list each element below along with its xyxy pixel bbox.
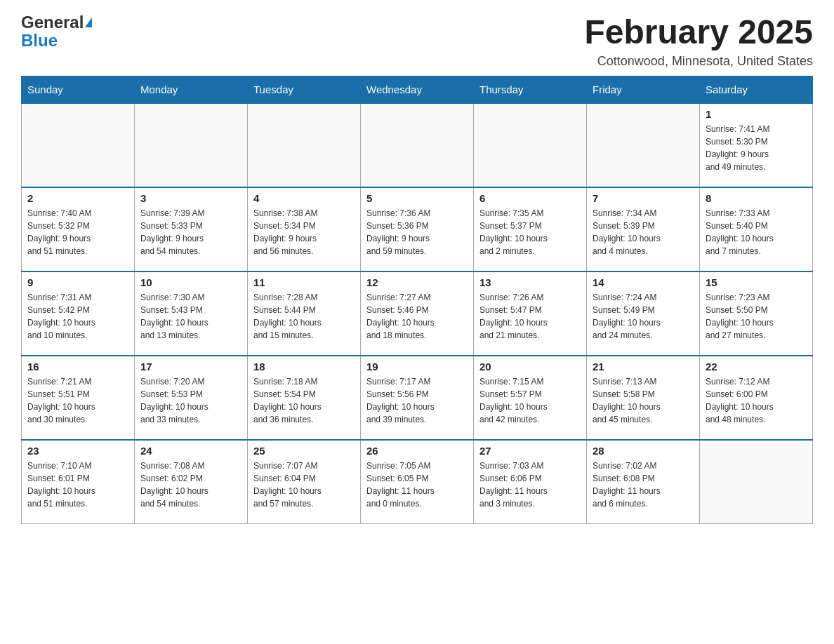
calendar-cell: 7Sunrise: 7:34 AM Sunset: 5:39 PM Daylig… — [587, 187, 700, 271]
day-info: Sunrise: 7:35 AM Sunset: 5:37 PM Dayligh… — [479, 207, 581, 257]
day-info: Sunrise: 7:24 AM Sunset: 5:49 PM Dayligh… — [593, 291, 694, 342]
day-info: Sunrise: 7:20 AM Sunset: 5:53 PM Dayligh… — [140, 375, 241, 426]
calendar-cell — [248, 103, 361, 187]
calendar-cell: 6Sunrise: 7:35 AM Sunset: 5:37 PM Daylig… — [474, 187, 587, 271]
day-of-week-header: Wednesday — [361, 76, 474, 103]
calendar-cell: 13Sunrise: 7:26 AM Sunset: 5:47 PM Dayli… — [474, 271, 587, 356]
day-info: Sunrise: 7:12 AM Sunset: 6:00 PM Dayligh… — [706, 375, 807, 426]
day-number: 18 — [253, 361, 355, 373]
day-of-week-header: Thursday — [474, 76, 587, 103]
day-of-week-header: Saturday — [700, 76, 813, 103]
calendar-cell: 26Sunrise: 7:05 AM Sunset: 6:05 PM Dayli… — [361, 440, 474, 524]
day-info: Sunrise: 7:03 AM Sunset: 6:06 PM Dayligh… — [479, 459, 581, 510]
day-number: 27 — [479, 445, 581, 457]
day-number: 2 — [27, 192, 128, 204]
day-number: 6 — [479, 192, 581, 204]
day-number: 13 — [479, 276, 581, 288]
day-number: 25 — [253, 445, 355, 457]
logo-triangle-icon — [85, 18, 92, 27]
calendar-cell: 21Sunrise: 7:13 AM Sunset: 5:58 PM Dayli… — [587, 356, 700, 440]
calendar-cell: 20Sunrise: 7:15 AM Sunset: 5:57 PM Dayli… — [474, 356, 587, 440]
day-number: 14 — [593, 276, 694, 288]
day-info: Sunrise: 7:30 AM Sunset: 5:43 PM Dayligh… — [140, 291, 241, 342]
day-number: 9 — [27, 276, 128, 288]
calendar-cell: 5Sunrise: 7:36 AM Sunset: 5:36 PM Daylig… — [361, 187, 474, 271]
calendar-cell: 11Sunrise: 7:28 AM Sunset: 5:44 PM Dayli… — [248, 271, 361, 356]
day-number: 28 — [593, 445, 694, 457]
day-info: Sunrise: 7:05 AM Sunset: 6:05 PM Dayligh… — [366, 459, 468, 510]
calendar-cell: 23Sunrise: 7:10 AM Sunset: 6:01 PM Dayli… — [22, 440, 135, 524]
day-number: 21 — [593, 361, 694, 373]
day-info: Sunrise: 7:17 AM Sunset: 5:56 PM Dayligh… — [366, 375, 468, 426]
day-info: Sunrise: 7:13 AM Sunset: 5:58 PM Dayligh… — [593, 375, 694, 426]
day-info: Sunrise: 7:27 AM Sunset: 5:46 PM Dayligh… — [366, 291, 468, 342]
calendar-cell: 8Sunrise: 7:33 AM Sunset: 5:40 PM Daylig… — [700, 187, 813, 271]
calendar-week-row: 9Sunrise: 7:31 AM Sunset: 5:42 PM Daylig… — [22, 271, 813, 356]
logo-general-text: General — [21, 14, 84, 31]
month-title: February 2025 — [584, 14, 813, 51]
logo-blue-text: Blue — [21, 32, 58, 49]
calendar-cell — [700, 440, 813, 524]
day-number: 3 — [140, 192, 241, 204]
calendar-table: SundayMondayTuesdayWednesdayThursdayFrid… — [21, 76, 813, 525]
calendar-cell: 17Sunrise: 7:20 AM Sunset: 5:53 PM Dayli… — [135, 356, 248, 440]
logo: General Blue — [21, 14, 92, 49]
location-title: Cottonwood, Minnesota, United States — [584, 54, 813, 69]
day-number: 17 — [140, 361, 241, 373]
calendar-cell — [474, 103, 587, 187]
day-info: Sunrise: 7:28 AM Sunset: 5:44 PM Dayligh… — [253, 291, 355, 342]
day-info: Sunrise: 7:10 AM Sunset: 6:01 PM Dayligh… — [27, 459, 128, 510]
day-number: 4 — [253, 192, 355, 204]
day-number: 23 — [27, 445, 128, 457]
day-of-week-header: Monday — [135, 76, 248, 103]
day-number: 10 — [140, 276, 241, 288]
calendar-week-row: 2Sunrise: 7:40 AM Sunset: 5:32 PM Daylig… — [22, 187, 813, 271]
calendar-cell: 28Sunrise: 7:02 AM Sunset: 6:08 PM Dayli… — [587, 440, 700, 524]
day-info: Sunrise: 7:41 AM Sunset: 5:30 PM Dayligh… — [706, 123, 807, 173]
day-number: 19 — [366, 361, 468, 373]
calendar-cell: 9Sunrise: 7:31 AM Sunset: 5:42 PM Daylig… — [22, 271, 135, 356]
day-info: Sunrise: 7:23 AM Sunset: 5:50 PM Dayligh… — [706, 291, 807, 342]
day-info: Sunrise: 7:38 AM Sunset: 5:34 PM Dayligh… — [253, 207, 355, 257]
day-info: Sunrise: 7:34 AM Sunset: 5:39 PM Dayligh… — [593, 207, 694, 257]
calendar-cell — [22, 103, 135, 187]
day-info: Sunrise: 7:07 AM Sunset: 6:04 PM Dayligh… — [253, 459, 355, 510]
day-number: 24 — [140, 445, 241, 457]
calendar-cell: 1Sunrise: 7:41 AM Sunset: 5:30 PM Daylig… — [700, 103, 813, 187]
day-number: 7 — [593, 192, 694, 204]
calendar-cell: 4Sunrise: 7:38 AM Sunset: 5:34 PM Daylig… — [248, 187, 361, 271]
calendar-cell — [587, 103, 700, 187]
calendar-cell: 3Sunrise: 7:39 AM Sunset: 5:33 PM Daylig… — [135, 187, 248, 271]
day-info: Sunrise: 7:40 AM Sunset: 5:32 PM Dayligh… — [27, 207, 128, 257]
day-number: 22 — [706, 361, 807, 373]
calendar-cell: 27Sunrise: 7:03 AM Sunset: 6:06 PM Dayli… — [474, 440, 587, 524]
calendar-week-row: 23Sunrise: 7:10 AM Sunset: 6:01 PM Dayli… — [22, 440, 813, 524]
calendar-week-row: 16Sunrise: 7:21 AM Sunset: 5:51 PM Dayli… — [22, 356, 813, 440]
calendar-cell: 12Sunrise: 7:27 AM Sunset: 5:46 PM Dayli… — [361, 271, 474, 356]
calendar-header-row: SundayMondayTuesdayWednesdayThursdayFrid… — [22, 76, 813, 103]
day-of-week-header: Friday — [587, 76, 700, 103]
calendar-cell — [361, 103, 474, 187]
day-number: 11 — [253, 276, 355, 288]
day-number: 15 — [706, 276, 807, 288]
day-info: Sunrise: 7:18 AM Sunset: 5:54 PM Dayligh… — [253, 375, 355, 426]
day-info: Sunrise: 7:15 AM Sunset: 5:57 PM Dayligh… — [479, 375, 581, 426]
day-of-week-header: Tuesday — [248, 76, 361, 103]
calendar-cell — [135, 103, 248, 187]
title-section: February 2025 Cottonwood, Minnesota, Uni… — [584, 14, 813, 69]
calendar-cell: 14Sunrise: 7:24 AM Sunset: 5:49 PM Dayli… — [587, 271, 700, 356]
day-info: Sunrise: 7:02 AM Sunset: 6:08 PM Dayligh… — [593, 459, 694, 510]
day-number: 20 — [479, 361, 581, 373]
day-of-week-header: Sunday — [22, 76, 135, 103]
calendar-cell: 19Sunrise: 7:17 AM Sunset: 5:56 PM Dayli… — [361, 356, 474, 440]
day-number: 16 — [27, 361, 128, 373]
calendar-cell: 15Sunrise: 7:23 AM Sunset: 5:50 PM Dayli… — [700, 271, 813, 356]
day-number: 12 — [366, 276, 468, 288]
day-info: Sunrise: 7:39 AM Sunset: 5:33 PM Dayligh… — [140, 207, 241, 257]
calendar-week-row: 1Sunrise: 7:41 AM Sunset: 5:30 PM Daylig… — [22, 103, 813, 187]
day-number: 5 — [366, 192, 468, 204]
calendar-cell: 25Sunrise: 7:07 AM Sunset: 6:04 PM Dayli… — [248, 440, 361, 524]
calendar-cell: 22Sunrise: 7:12 AM Sunset: 6:00 PM Dayli… — [700, 356, 813, 440]
day-info: Sunrise: 7:08 AM Sunset: 6:02 PM Dayligh… — [140, 459, 241, 510]
calendar-cell: 2Sunrise: 7:40 AM Sunset: 5:32 PM Daylig… — [22, 187, 135, 271]
